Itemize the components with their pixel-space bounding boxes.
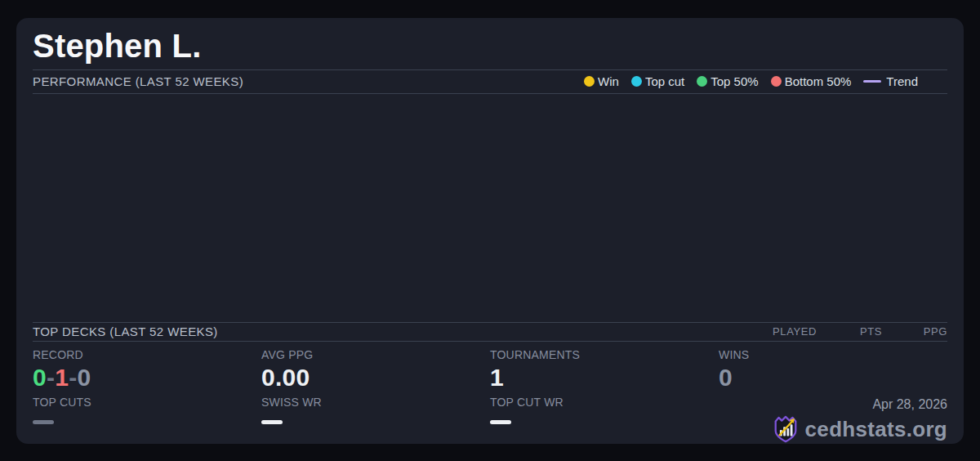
legend-item-trend: Trend xyxy=(863,74,918,88)
brand-wordmark: cedhstats.org xyxy=(805,417,947,442)
trend-line-icon xyxy=(863,80,881,83)
brand: cedhstats.org xyxy=(772,414,947,444)
stat-top-cut-wr: TOP CUT WR xyxy=(490,396,719,444)
column-ppg: PPG xyxy=(882,325,947,338)
record-wins: 0 xyxy=(33,364,47,391)
column-pts: PTS xyxy=(817,325,882,338)
legend-item-win: Win xyxy=(584,74,619,88)
stat-record: RECORD 0-1-0 xyxy=(33,348,261,396)
footer-meta: Apr 28, 2026 cedhstats.org xyxy=(719,396,947,444)
player-name: Stephen L. xyxy=(33,28,201,65)
performance-section-header: PERFORMANCE (LAST 52 WEEKS) Win Top cut … xyxy=(33,69,947,94)
record-value: 0-1-0 xyxy=(33,364,261,392)
stat-swiss-wr: SWISS WR xyxy=(261,396,490,444)
legend-item-top-cut: Top cut xyxy=(631,74,684,88)
win-dot-icon xyxy=(584,76,595,87)
stat-avg-ppg: AVG PPG 0.00 xyxy=(261,348,490,396)
stat-tournaments: TOURNAMENTS 1 xyxy=(490,348,719,396)
performance-chart-empty xyxy=(33,94,947,322)
player-stats-card: Stephen L. PERFORMANCE (LAST 52 WEEKS) W… xyxy=(16,18,964,444)
wins-value: 0 xyxy=(719,364,947,392)
stat-top-cuts: TOP CUTS xyxy=(33,396,261,444)
swiss-wr-empty-dash xyxy=(261,420,283,424)
card-header: Stephen L. xyxy=(33,18,947,69)
report-date: Apr 28, 2026 xyxy=(872,397,947,412)
top-cuts-empty-dash xyxy=(33,420,54,424)
record-losses: 1 xyxy=(55,364,69,391)
bottom-50-dot-icon xyxy=(771,76,782,87)
top-50-dot-icon xyxy=(697,76,707,87)
top-decks-heading: TOP DECKS (LAST 52 WEEKS) xyxy=(33,324,218,338)
record-separator: - xyxy=(69,364,77,391)
top-cut-wr-empty-dash xyxy=(490,420,511,424)
record-separator: - xyxy=(47,364,55,391)
avg-ppg-value: 0.00 xyxy=(261,364,490,392)
summary-stats-grid: RECORD 0-1-0 AVG PPG 0.00 TOURNAMENTS 1 … xyxy=(33,342,947,444)
record-draws: 0 xyxy=(78,364,91,391)
performance-heading: PERFORMANCE (LAST 52 WEEKS) xyxy=(33,74,243,88)
cedhstats-shield-logo-icon xyxy=(772,414,800,444)
stat-wins: WINS 0 xyxy=(719,348,947,396)
top-cut-dot-icon xyxy=(631,76,642,87)
legend-item-top-50: Top 50% xyxy=(697,74,758,88)
tournaments-value: 1 xyxy=(490,364,719,392)
chart-legend: Win Top cut Top 50% Bottom 50% Trend xyxy=(584,74,918,88)
legend-item-bottom-50: Bottom 50% xyxy=(771,74,852,88)
top-decks-section-header: TOP DECKS (LAST 52 WEEKS) PLAYED PTS PPG xyxy=(33,322,947,342)
top-decks-column-headers: PLAYED PTS PPG xyxy=(751,325,947,338)
column-played: PLAYED xyxy=(751,325,817,338)
